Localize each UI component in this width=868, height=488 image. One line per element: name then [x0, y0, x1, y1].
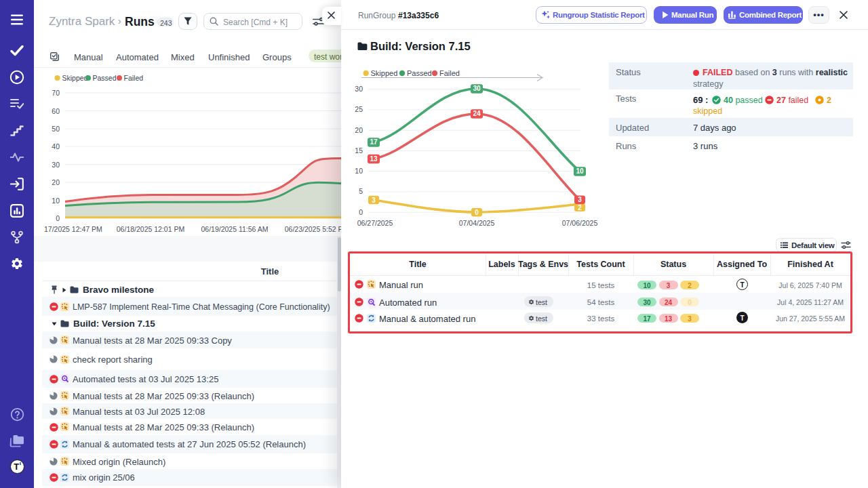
svg-text:06/19/2025 11:56 AM: 06/19/2025 11:56 AM	[201, 225, 268, 233]
svg-text:3: 3	[578, 196, 582, 203]
svg-text:Failed: Failed	[124, 74, 144, 82]
svg-text:2: 2	[578, 204, 582, 211]
svg-text:Skipped: Skipped	[371, 69, 398, 77]
svg-text:0: 0	[56, 214, 60, 222]
svg-text:17: 17	[370, 138, 378, 146]
svg-text:25: 25	[355, 105, 363, 113]
svg-text:06/23/2025 5:52 PM: 06/23/2025 5:52 PM	[285, 225, 347, 233]
svg-text:30: 30	[52, 161, 60, 169]
svg-text:13: 13	[370, 155, 378, 163]
svg-text:10: 10	[355, 167, 363, 175]
svg-text:24: 24	[473, 110, 481, 117]
svg-text:10: 10	[52, 197, 60, 205]
svg-text:70: 70	[52, 89, 60, 97]
svg-text:15: 15	[355, 146, 363, 155]
svg-text:20: 20	[52, 178, 60, 186]
svg-text:06/27/2025: 06/27/2025	[357, 219, 393, 227]
svg-text:17/2025 12:47 PM: 17/2025 12:47 PM	[44, 225, 102, 233]
svg-text:0: 0	[475, 209, 479, 216]
svg-text:07/06/2025: 07/06/2025	[562, 219, 598, 227]
svg-text:Skipped: Skipped	[62, 74, 88, 82]
svg-text:5: 5	[359, 187, 363, 195]
svg-text:60: 60	[52, 107, 60, 115]
svg-text:Passed: Passed	[93, 74, 117, 82]
svg-text:50: 50	[52, 125, 60, 133]
svg-text:3: 3	[372, 197, 376, 204]
svg-text:40: 40	[52, 142, 60, 150]
svg-text:30: 30	[473, 85, 481, 92]
svg-text:10: 10	[576, 167, 584, 175]
svg-text:06/18/2025 12:01 PM: 06/18/2025 12:01 PM	[117, 225, 184, 233]
svg-text:30: 30	[355, 85, 363, 93]
svg-text:0: 0	[359, 208, 363, 216]
svg-text:Passed: Passed	[407, 69, 432, 77]
svg-text:07/04/2025: 07/04/2025	[459, 219, 495, 227]
svg-text:20: 20	[355, 126, 363, 134]
svg-text:Failed: Failed	[439, 69, 460, 77]
